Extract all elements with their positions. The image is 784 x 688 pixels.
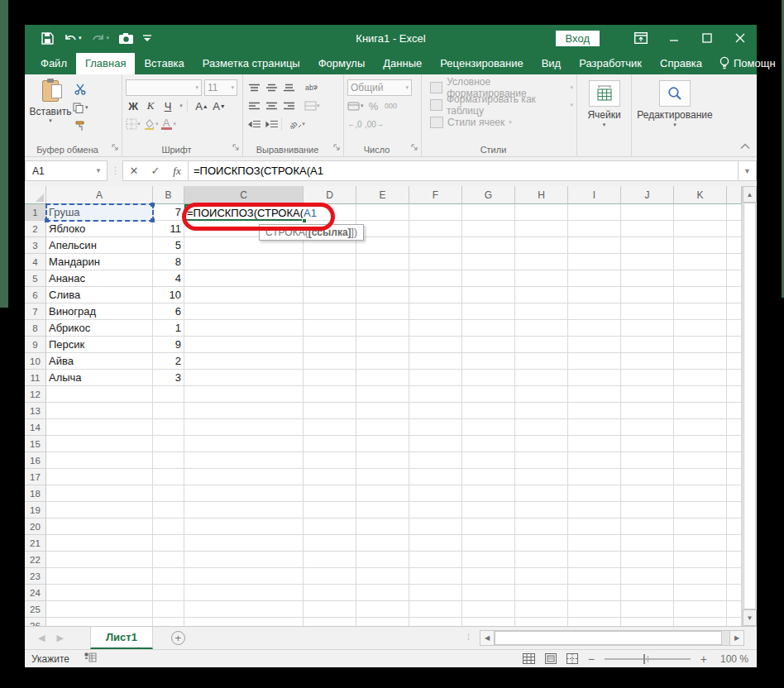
cell-F3[interactable]: [409, 237, 462, 254]
cell-H2[interactable]: [515, 221, 568, 237]
cell-G5[interactable]: [462, 270, 515, 287]
cell-L24[interactable]: [727, 585, 742, 601]
cell-G11[interactable]: [462, 370, 515, 386]
cell-G4[interactable]: [462, 254, 515, 270]
row-header-13[interactable]: 13: [25, 403, 46, 419]
sign-in-button[interactable]: Вход: [556, 31, 600, 46]
cell-D8[interactable]: [304, 320, 356, 337]
font-size-select[interactable]: 11▾: [204, 79, 237, 96]
cell-D9[interactable]: [304, 337, 356, 353]
cell-H26[interactable]: [515, 618, 568, 626]
copy-button[interactable]: ▾: [73, 99, 88, 116]
cell-A5[interactable]: Ананас: [46, 270, 153, 287]
accounting-format-button[interactable]: ▾: [347, 98, 364, 114]
cell-I1[interactable]: [568, 204, 621, 221]
ribbon-tab-file[interactable]: Файл: [31, 53, 76, 74]
cell-K16[interactable]: [674, 452, 727, 469]
cell-G16[interactable]: [462, 452, 515, 469]
grow-font-button[interactable]: А▲: [194, 98, 209, 114]
align-middle-button[interactable]: [264, 79, 279, 96]
cell-E24[interactable]: [356, 585, 409, 601]
ribbon-tab-6[interactable]: Рецензирование: [431, 53, 532, 74]
cell-G3[interactable]: [462, 237, 515, 254]
cell-C22[interactable]: [184, 552, 304, 568]
cell-F14[interactable]: [409, 419, 462, 436]
cell-H11[interactable]: [515, 370, 568, 386]
expand-formula-bar-icon[interactable]: ▼: [739, 160, 757, 181]
cell-J16[interactable]: [621, 452, 674, 469]
cell-D20[interactable]: [304, 518, 356, 535]
row-header-21[interactable]: 21: [25, 535, 46, 552]
cell-A25[interactable]: [46, 601, 153, 618]
cell-G20[interactable]: [462, 518, 515, 535]
cell-D16[interactable]: [304, 452, 356, 469]
cell-G18[interactable]: [462, 485, 515, 502]
cell-G15[interactable]: [462, 436, 515, 452]
cell-J9[interactable]: [621, 337, 674, 353]
cell-J18[interactable]: [621, 485, 674, 502]
ribbon-tab-3[interactable]: Разметка страницы: [194, 53, 309, 74]
cut-button[interactable]: [73, 81, 88, 98]
cell-K17[interactable]: [674, 469, 727, 485]
cell-E25[interactable]: [356, 601, 409, 618]
row-header-8[interactable]: 8: [25, 320, 46, 337]
cell-E21[interactable]: [356, 535, 409, 552]
cell-A16[interactable]: [46, 452, 153, 469]
cell-K10[interactable]: [674, 353, 727, 370]
cell-B16[interactable]: [153, 452, 184, 469]
row-header-10[interactable]: 10: [25, 353, 46, 370]
cell-B26[interactable]: [153, 618, 184, 626]
cell-K25[interactable]: [674, 601, 727, 618]
column-header-E[interactable]: E: [356, 186, 409, 204]
cell-A9[interactable]: Персик: [46, 337, 153, 353]
cell-F6[interactable]: [409, 287, 462, 303]
cell-G9[interactable]: [462, 337, 515, 353]
cell-E22[interactable]: [356, 552, 409, 568]
row-header-26[interactable]: 26: [25, 618, 46, 626]
row-header-23[interactable]: 23: [25, 568, 46, 585]
save-icon[interactable]: [41, 32, 54, 45]
cell-E7[interactable]: [356, 303, 409, 320]
alignment-dialog-launcher[interactable]: [333, 140, 341, 155]
zoom-in-icon[interactable]: +: [700, 652, 707, 666]
cell-I26[interactable]: [568, 618, 621, 626]
undo-icon[interactable]: ▾: [64, 33, 82, 44]
column-header-K[interactable]: K: [674, 186, 727, 204]
row-header-16[interactable]: 16: [25, 452, 46, 469]
cell-B5[interactable]: 4: [153, 270, 184, 287]
cell-K4[interactable]: [674, 254, 727, 270]
cell-H12[interactable]: [515, 386, 568, 403]
cell-E20[interactable]: [356, 518, 409, 535]
wrap-text-button[interactable]: ab: [304, 79, 319, 96]
zoom-slider[interactable]: [605, 658, 691, 660]
cell-K21[interactable]: [674, 535, 727, 552]
cell-L23[interactable]: [727, 568, 742, 585]
cell-D18[interactable]: [304, 485, 356, 502]
cell-D12[interactable]: [304, 386, 356, 403]
align-right-button[interactable]: [281, 98, 296, 114]
cell-A18[interactable]: [46, 485, 153, 502]
cell-D25[interactable]: [304, 601, 356, 618]
cell-J11[interactable]: [621, 370, 674, 386]
cell-I23[interactable]: [568, 568, 621, 585]
zoom-out-icon[interactable]: −: [588, 652, 595, 666]
cell-E5[interactable]: [356, 270, 409, 287]
cell-F9[interactable]: [409, 337, 462, 353]
cell-B3[interactable]: 5: [153, 237, 184, 254]
cell-J15[interactable]: [621, 436, 674, 452]
cell-I17[interactable]: [568, 469, 621, 485]
cell-E9[interactable]: [356, 337, 409, 353]
comma-style-button[interactable]: 000: [384, 98, 399, 114]
formula-bar-splitter[interactable]: ⋮: [108, 165, 122, 176]
cell-C10[interactable]: [184, 353, 304, 370]
row-header-22[interactable]: 22: [25, 552, 46, 568]
formula-input[interactable]: =ПОИСКПОЗ(СТРОКА(A1: [188, 160, 739, 181]
cell-E26[interactable]: [356, 618, 409, 626]
cell-G8[interactable]: [462, 320, 515, 337]
cell-E4[interactable]: [356, 254, 409, 270]
cell-I20[interactable]: [568, 518, 621, 535]
cell-B22[interactable]: [153, 552, 184, 568]
cell-B6[interactable]: 10: [153, 287, 184, 303]
cell-I7[interactable]: [568, 303, 621, 320]
cell-F26[interactable]: [409, 618, 462, 626]
